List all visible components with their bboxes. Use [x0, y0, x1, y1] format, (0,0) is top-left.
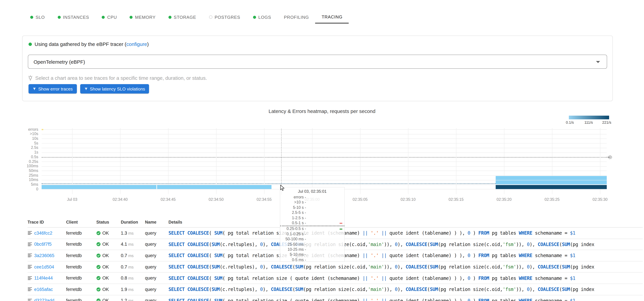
sql-token [184, 231, 187, 236]
sql-token [184, 275, 187, 281]
sql-token: || [362, 275, 368, 281]
sql-token: 'main' [368, 287, 384, 292]
details-cell: SELECT COALESCE(SUM(c.reltuples), 0), CO… [168, 264, 643, 270]
sql-token: SUM [562, 264, 570, 270]
tab-label: INSTANCES [63, 14, 89, 19]
heatmap-cell [42, 185, 156, 189]
gridline-h [42, 129, 607, 130]
sql-token: (pg_relation_size(c.oid, [438, 242, 502, 247]
chart-title: Latency & Errors heatmap, requests per s… [0, 108, 644, 114]
heatmap-plot[interactable] [42, 129, 607, 189]
table-row[interactable]: e165afacferretdbOK1.9 msquerySELECT COAL… [28, 284, 643, 295]
trace-icon [28, 265, 32, 269]
status-dot-icon [130, 15, 133, 18]
sql-token: pg_tables [489, 298, 519, 301]
trace-id-cell: 114f4e44 [28, 276, 66, 281]
trace-icon [28, 287, 32, 292]
trace-id-link[interactable]: 3a236065 [34, 253, 54, 258]
tooltip-row-mark [340, 223, 342, 224]
sql-token [379, 298, 382, 301]
sql-token: 'main' [368, 264, 384, 270]
sql-token: COALESCE [406, 264, 427, 270]
trace-id-link[interactable]: e165afac [34, 287, 53, 292]
tab-logs[interactable]: LOGS [247, 11, 278, 23]
sql-token: COALESCE [538, 287, 559, 292]
check-circle-icon [96, 253, 101, 258]
sql-token: 0 [260, 242, 263, 247]
sql-token: 0 [468, 275, 470, 281]
show-error-traces-button[interactable]: Show error traces [28, 84, 77, 93]
show-latency-slo-violations-button[interactable]: Show latency SLO violations [80, 84, 149, 93]
sql-token [379, 275, 382, 281]
trace-id-link[interactable]: d3273add [34, 298, 54, 301]
tooltip-row-label: 0.25-0.5 s - [280, 226, 306, 232]
status-label: OK [102, 253, 109, 258]
mouse-cursor-icon [280, 185, 284, 192]
sql-token [368, 231, 370, 236]
trace-icon [28, 231, 32, 236]
sql-token: ( [559, 287, 562, 292]
tab-tracing[interactable]: TRACING [315, 11, 349, 23]
tab-cpu[interactable]: CPU [96, 11, 123, 23]
sql-token: pg_tables [489, 275, 519, 281]
column-header: Client [66, 220, 96, 225]
sql-token: (pg_relation_size(c.oid, [303, 287, 368, 292]
status-dot-icon [253, 15, 256, 18]
configure-link[interactable]: configure [126, 41, 147, 47]
sql-token: (pg_index [570, 264, 594, 270]
gridline-v [360, 128, 360, 194]
tab-memory[interactable]: MEMORY [123, 11, 162, 23]
tab-slo[interactable]: SLO [24, 11, 51, 23]
trace-id-link[interactable]: 0bc6f7f5 [34, 242, 52, 247]
sql-token: || [362, 298, 368, 301]
gridline-v [168, 128, 168, 194]
sql-token: COALESCE [538, 242, 559, 247]
gridline-v [312, 128, 312, 194]
client-cell: ferretdb [66, 298, 96, 301]
details-cell: SELECT COALESCE( SUM( pg_total_relation_… [168, 253, 643, 258]
tooltip-row-mark [340, 229, 342, 230]
tracing-page: SLOINSTANCESCPUMEMORYSTORAGEPOSTGRESLOGS… [0, 0, 644, 301]
tab-profiling[interactable]: PROFILING [278, 11, 315, 23]
status-cell: OK [96, 231, 121, 236]
tab-storage[interactable]: STORAGE [162, 11, 202, 23]
sql-token: 'fsm' [502, 242, 516, 247]
table-row[interactable]: d3273addferretdbOK1.2 msquerySELECT COAL… [28, 295, 643, 301]
sql-token: 0 [260, 264, 263, 270]
sql-token: ) [470, 275, 478, 281]
table-row[interactable]: cee1d504ferretdbOK0.7 msquerySELECT COAL… [28, 262, 643, 273]
gridline-h [42, 162, 607, 162]
gridline-v [264, 128, 264, 194]
filter-buttons: Show error traces Show latency SLO viola… [28, 84, 149, 93]
trace-id-link[interactable]: c346fcc2 [34, 231, 52, 236]
sql-token: (c.reltuples), [220, 264, 260, 270]
tooltip-row: 0-5 ms - [280, 257, 344, 263]
tab-postgres[interactable]: POSTGRES [202, 11, 247, 23]
tracing-source-select[interactable]: OpenTelemetry (eBPF) [28, 55, 607, 69]
check-circle-icon [96, 287, 101, 292]
sql-token: schemaname = [532, 298, 570, 301]
duration-value: 4.1 [121, 242, 127, 247]
table-row[interactable]: 114f4e44ferretdbOK0.8 msquerySELECT COAL… [28, 273, 643, 284]
gear-icon[interactable] [608, 155, 613, 160]
sql-token: $1 [570, 253, 575, 258]
sql-token: '.' [370, 231, 378, 236]
sql-token: pg_tables [489, 231, 519, 236]
y-axis-label: 25ms [1, 173, 38, 178]
trace-id-link[interactable]: cee1d504 [34, 264, 54, 269]
duration-unit: ms [127, 265, 134, 269]
trace-id-link[interactable]: 114f4e44 [34, 276, 53, 281]
tracer-status-line: Using data gathered by the eBPF tracer (… [28, 41, 149, 47]
duration-value: 1.2 [121, 298, 127, 301]
gridline-h [42, 152, 607, 153]
client-cell: ferretdb [66, 231, 96, 236]
tab-instances[interactable]: INSTANCES [51, 11, 96, 23]
sql-token: FROM [478, 298, 489, 301]
column-header: Duration [121, 220, 145, 225]
sql-token: SUM [214, 253, 222, 258]
sql-token: 0 [527, 242, 530, 247]
sql-token: schemaname = [532, 275, 570, 281]
status-label: OK [102, 298, 109, 301]
tracer-status-suffix: ) [147, 41, 149, 47]
tooltip-row: errors - [280, 195, 344, 200]
